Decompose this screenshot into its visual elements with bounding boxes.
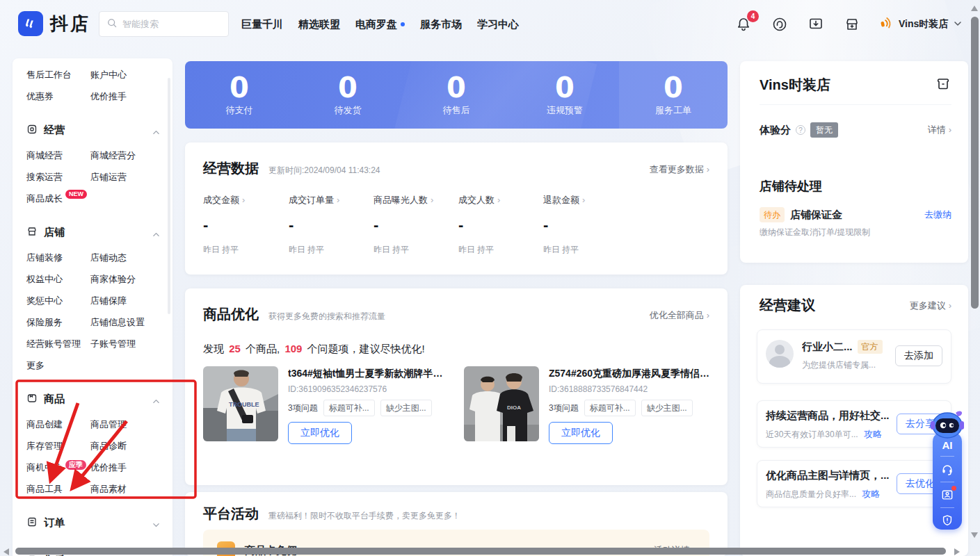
sidebar-item-product-materials[interactable]: 商品素材 xyxy=(90,483,172,496)
account-menu[interactable]: Vins时装店 xyxy=(878,0,962,49)
todo-stats-banner: 0 待支付 0 待发货 0 待售后 0 违规预警 0 服务工单 xyxy=(185,61,728,129)
metric-gmv[interactable]: 成交金额 xyxy=(203,194,287,206)
help-question-icon[interactable] xyxy=(796,125,805,135)
pay-deposit-link[interactable]: 去缴纳 xyxy=(924,208,951,221)
storefront-icon[interactable] xyxy=(843,15,861,33)
sidebar-item-product-create[interactable]: 商品创建 xyxy=(26,418,90,431)
metric-buyers[interactable]: 成交人数 xyxy=(458,194,542,206)
sidebar-item-shop-decoration[interactable]: 店铺装修 xyxy=(26,252,90,264)
strategy-link[interactable]: 攻略 xyxy=(864,428,882,441)
svg-text:DIOA: DIOA xyxy=(507,404,521,411)
sidebar-item-shop-info-settings[interactable]: 店铺信息设置 xyxy=(90,316,172,329)
suggestion-item-official[interactable]: 行业小二... 官方 为您提供店铺专属... 去添加 xyxy=(757,329,951,384)
metric-order-count[interactable]: 成交订单量 xyxy=(289,194,372,206)
metric-refund-amount[interactable]: 退款金额 xyxy=(543,194,627,206)
sidebar-section-products[interactable]: 商品 xyxy=(13,384,172,414)
nav-ecom-compass[interactable]: 电商罗盘 xyxy=(355,18,405,31)
sidebar-item-product-manage[interactable]: 商品管理 xyxy=(90,418,172,431)
sidebar-item-inventory-manage[interactable]: 库存管理 xyxy=(26,440,90,452)
horizontal-scrollbar-thumb[interactable] xyxy=(15,548,946,555)
topbar-icons: 4 xyxy=(734,0,861,49)
shop-panel-card: Vins时装店 体验分 暂无 详情 店铺待处理 待办 店铺保证金 去缴纳 缴纳保… xyxy=(740,61,968,263)
scrollbar-down-arrow[interactable] xyxy=(971,532,978,538)
more-suggestions-link[interactable]: 更多建议 xyxy=(910,300,951,312)
security-shield-icon[interactable] xyxy=(940,513,955,528)
view-more-data-link[interactable]: 查看更多数据 xyxy=(650,163,709,176)
experience-detail-link[interactable]: 详情 xyxy=(928,124,951,136)
scrollbar-right-arrow[interactable] xyxy=(954,548,960,555)
search-input[interactable] xyxy=(122,19,213,29)
stat-service-ticket[interactable]: 0 服务工单 xyxy=(619,61,728,129)
sidebar-item-merchant-experience-score[interactable]: 商家体验分 xyxy=(90,273,172,286)
optimize-now-button[interactable]: 立即优化 xyxy=(288,422,352,444)
download-center-icon[interactable] xyxy=(807,15,825,33)
sidebar-item-opportunity-center[interactable]: 商机中心应季 xyxy=(26,461,90,474)
sidebar-section-shop[interactable]: 店铺 xyxy=(13,218,172,247)
topbar: 抖店 巨量千川 精选联盟 电商罗盘 服务市场 学习中心 4 Vins时装店 xyxy=(0,0,980,49)
nav-service-market[interactable]: 服务市场 xyxy=(420,18,462,31)
stat-pending-payment[interactable]: 0 待支付 xyxy=(185,61,294,129)
sidebar-item-insurance-service[interactable]: 保险服务 xyxy=(26,316,90,329)
sidebar-item-product-tools[interactable]: 商品工具 xyxy=(26,483,90,496)
sidebar-item-product-growth[interactable]: 商品成长NEW xyxy=(26,193,90,205)
sidebar-scrollbar[interactable] xyxy=(168,78,170,314)
vertical-scrollbar-thumb[interactable] xyxy=(971,17,979,309)
product-id: ID:3618888733576847442 xyxy=(549,384,648,394)
optimize-now-button[interactable]: 立即优化 xyxy=(549,422,613,444)
sidebar-item-search-operation[interactable]: 搜索运营 xyxy=(26,171,90,183)
metric-exposure-users[interactable]: 商品曝光人数 xyxy=(373,194,457,206)
scrollbar-left-arrow[interactable] xyxy=(3,548,9,555)
sidebar-item-account-center[interactable]: 账户中心 xyxy=(90,69,172,81)
sidebar-item-mall-operation[interactable]: 商城经营 xyxy=(26,149,90,162)
product-card[interactable]: DIOA Z574#260克重磅加厚港风夏季情侣潮... ID:36188887… xyxy=(464,366,714,444)
app-logo[interactable]: 抖店 xyxy=(18,11,90,36)
sidebar-item-aftersale-workbench[interactable]: 售后工作台 xyxy=(26,69,90,81)
store-avatar-icon xyxy=(878,15,893,33)
sidebar-item-mall-score[interactable]: 商城经营分 xyxy=(90,149,172,162)
platform-activity-subtitle: 重磅福利！限时不收取平台手续费，卖更多免更多！ xyxy=(268,510,460,522)
sidebar-section-orders[interactable]: 订单 xyxy=(13,508,172,537)
product-id: ID:3619096352346237576 xyxy=(288,384,387,394)
sidebar-item-rights-center[interactable]: 权益中心 xyxy=(26,273,90,286)
business-data-card: 经营数据 更新时间:2024/09/04 11:43:24 查看更多数据 成交金… xyxy=(185,142,728,275)
customer-service-icon[interactable] xyxy=(771,15,789,33)
sidebar-item-reward-punishment[interactable]: 奖惩中心 xyxy=(26,295,90,307)
sidebar: 售后工作台 账户中心 优惠券 优价推手 经营 商城经营 商城经营分 搜索运营 店… xyxy=(13,58,172,556)
robot-mascot[interactable] xyxy=(929,409,965,442)
global-search[interactable] xyxy=(99,11,229,37)
stat-violation-warning[interactable]: 0 违规预警 xyxy=(511,61,619,129)
stat-pending-aftersale[interactable]: 0 待售后 xyxy=(402,61,511,129)
nav-qianchuan[interactable]: 巨量千川 xyxy=(241,18,283,31)
sidebar-section-operations[interactable]: 经营 xyxy=(13,115,172,145)
sidebar-item-price-promoter-2[interactable]: 优价推手 xyxy=(90,461,172,474)
nav-learning-center[interactable]: 学习中心 xyxy=(477,18,519,31)
sidebar-item-more[interactable]: 更多 xyxy=(26,359,90,372)
issue-tag: 标题可补... xyxy=(584,400,636,416)
nav-jingxuan-lianmeng[interactable]: 精选联盟 xyxy=(298,18,340,31)
product-card[interactable]: TROUBLE t364#短袖t恤男士夏季新款潮牌半袖... ID:361909… xyxy=(203,366,453,444)
sidebar-item-price-promoter[interactable]: 优价推手 xyxy=(90,90,172,103)
sidebar-item-shop-protection[interactable]: 店铺保障 xyxy=(90,295,172,307)
product-optimize-title: 商品优化 xyxy=(203,305,259,324)
stat-pending-shipment[interactable]: 0 待发货 xyxy=(294,61,402,129)
customer-service-headset-icon[interactable] xyxy=(940,461,955,477)
optimize-all-link[interactable]: 优化全部商品 xyxy=(650,309,709,322)
add-contact-button[interactable]: 去添加 xyxy=(895,345,942,366)
work-order-icon[interactable] xyxy=(940,487,955,502)
suggestion-title: 优化商品主图与详情页，... xyxy=(766,469,891,482)
sidebar-item-operation-account-mgmt[interactable]: 经营账号管理 xyxy=(26,338,90,350)
suggestion-item-optimize[interactable]: 优化商品主图与详情页，... 商品信息质量分良好率... 攻略 去优化 xyxy=(757,460,951,507)
sidebar-item-coupons[interactable]: 优惠券 xyxy=(26,90,90,103)
shop-outline-icon[interactable] xyxy=(935,75,951,95)
notification-dot xyxy=(401,22,405,26)
suggestion-item-share[interactable]: 持续运营商品，用好社交... 近30天有效订单30单可... 攻略 去分享 xyxy=(757,400,951,448)
sidebar-item-sub-account-mgmt[interactable]: 子账号管理 xyxy=(90,338,172,350)
sidebar-item-shop-updates[interactable]: 店铺动态 xyxy=(90,252,172,264)
notification-bell-icon[interactable]: 4 xyxy=(734,15,753,33)
issue-tag: 缺少主图... xyxy=(380,400,432,416)
strategy-link[interactable]: 攻略 xyxy=(862,488,880,500)
scrollbar-up-arrow[interactable] xyxy=(971,6,978,11)
sidebar-item-product-diagnosis[interactable]: 商品诊断 xyxy=(90,440,172,452)
shop-name: Vins时装店 xyxy=(760,76,830,95)
sidebar-item-shop-operation[interactable]: 店铺运营 xyxy=(90,171,172,183)
